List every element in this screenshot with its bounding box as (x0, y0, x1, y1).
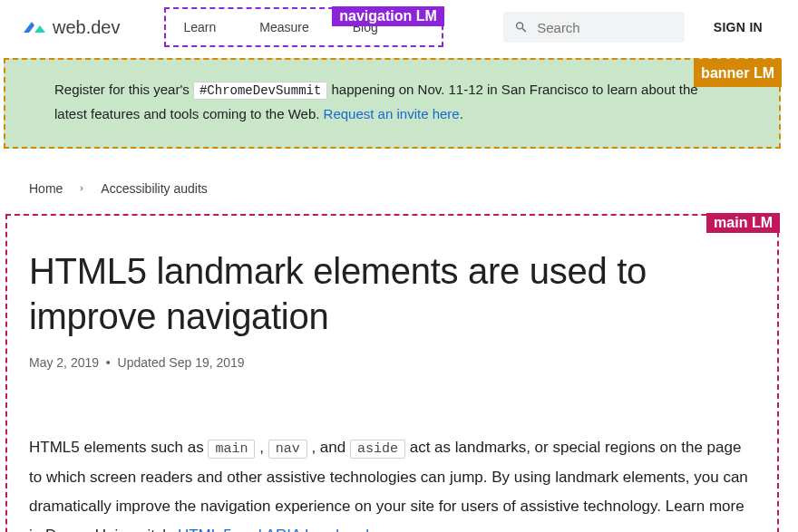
nav-item-measure[interactable]: Measure (259, 20, 308, 34)
header-right: SIGN IN (503, 12, 763, 43)
meta-separator: • (106, 355, 111, 370)
breadcrumb: Home Accessibility audits (0, 149, 784, 214)
page-title: HTML5 landmark elements are used to impr… (29, 248, 755, 339)
search-box[interactable] (503, 12, 685, 43)
signin-button[interactable]: SIGN IN (714, 20, 763, 34)
article-meta: May 2, 2019 • Updated Sep 19, 2019 (29, 355, 755, 370)
landmark-label-banner: banner LM (694, 59, 782, 87)
webdev-logo-icon (22, 16, 45, 38)
site-header: web.dev Learn Measure Blog About navigat… (0, 0, 784, 54)
deque-landmarks-link[interactable]: HTML 5 and ARIA Landmarks (178, 527, 381, 532)
article-body: HTML5 elements such as main , nav , and … (29, 433, 755, 532)
chevron-right-icon (77, 184, 86, 193)
site-logo[interactable]: web.dev (22, 16, 121, 38)
brand-text: web.dev (53, 17, 121, 38)
updated-date: Updated Sep 19, 2019 (118, 355, 245, 370)
code-nav: nav (268, 440, 307, 459)
banner-hashtag: #ChromeDevSummit (193, 82, 327, 100)
banner-invite-link[interactable]: Request an invite here (324, 106, 460, 121)
search-icon (514, 19, 528, 35)
breadcrumb-current[interactable]: Accessibility audits (101, 181, 208, 196)
banner-text-pre: Register for this year's (54, 82, 193, 97)
published-date: May 2, 2019 (29, 355, 99, 370)
breadcrumb-home[interactable]: Home (29, 181, 63, 196)
announcement-banner: banner LM Register for this year's #Chro… (4, 58, 781, 149)
code-aside: aside (350, 440, 405, 459)
main-content: main LM HTML5 landmark elements are used… (5, 214, 779, 532)
landmark-label-navigation: navigation LM (332, 6, 444, 26)
search-input[interactable] (537, 20, 674, 35)
nav-item-learn[interactable]: Learn (184, 20, 217, 34)
landmark-label-main: main LM (706, 213, 780, 233)
primary-navigation: Learn Measure Blog About navigation LM (164, 7, 443, 47)
code-main: main (208, 440, 255, 459)
banner-text-post: . (460, 106, 463, 121)
